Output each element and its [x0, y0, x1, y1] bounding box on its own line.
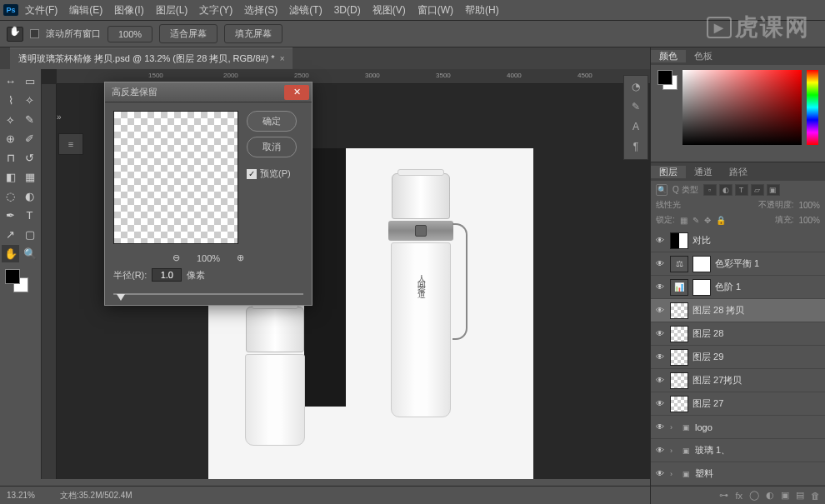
zoom-100-button[interactable]: 100%	[108, 26, 152, 42]
brush-presets-icon[interactable]: ✎	[628, 101, 643, 114]
visibility-icon[interactable]: 👁	[654, 445, 666, 457]
eyedropper-tool-icon[interactable]: ✎	[21, 111, 38, 128]
menu-image[interactable]: 图像(I)	[114, 3, 143, 17]
delete-layer-icon[interactable]: 🗑	[811, 491, 820, 501]
layer-row[interactable]: 👁图层 27拷贝	[651, 369, 825, 392]
type-tool-icon[interactable]: T	[21, 207, 38, 224]
zoom-out-icon[interactable]: ⊖	[172, 252, 180, 263]
layer-row[interactable]: 👁›▣玻璃 1、	[651, 439, 825, 462]
group-icon[interactable]: ▣	[781, 490, 789, 501]
zoom-tool-icon[interactable]: 🔍	[21, 245, 38, 262]
fill-screen-button[interactable]: 填充屏幕	[224, 24, 282, 43]
filter-kind-icon[interactable]: 🔍	[656, 184, 668, 196]
history-brush-icon[interactable]: ↺	[21, 149, 38, 167]
history-icon[interactable]: ◔	[628, 81, 643, 94]
color-picker[interactable]	[682, 70, 802, 145]
tab-paths[interactable]: 路径	[721, 166, 756, 178]
blend-mode-select[interactable]: 线性光	[656, 199, 681, 211]
filter-type-icon[interactable]: T	[735, 184, 748, 196]
gradient-tool-icon[interactable]: ▦	[21, 168, 38, 186]
close-icon[interactable]: ✕	[284, 85, 309, 100]
status-doc-size[interactable]: 文档:35.2M/502.4M	[60, 490, 132, 502]
menu-edit[interactable]: 编辑(E)	[69, 3, 102, 17]
lock-pixels-icon[interactable]: ▦	[680, 216, 688, 225]
cancel-button[interactable]: 取消	[247, 137, 297, 157]
properties-collapsed-icon[interactable]: ≡	[58, 133, 83, 155]
document-tab[interactable]: 透明玻璃茶杯精修 拷贝.psd @ 13.2% (图层 28 拷贝, RGB/8…	[10, 47, 292, 69]
visibility-icon[interactable]: 👁	[654, 305, 666, 317]
visibility-icon[interactable]: 👁	[654, 258, 666, 270]
zoom-in-icon[interactable]: ⊕	[237, 252, 244, 263]
menu-filter[interactable]: 滤镜(T)	[289, 3, 322, 17]
filter-adjust-icon[interactable]: ◐	[719, 184, 732, 196]
folder-chevron-icon[interactable]: ›	[670, 447, 678, 455]
fit-screen-button[interactable]: 适合屏幕	[159, 24, 218, 43]
link-layers-icon[interactable]: ⊶	[719, 490, 728, 501]
visibility-icon[interactable]: 👁	[654, 398, 666, 410]
layer-row[interactable]: 👁›▣logo	[651, 416, 825, 439]
menu-type[interactable]: 文字(Y)	[199, 3, 232, 17]
opacity-value[interactable]: 100%	[798, 201, 820, 210]
color-swatch-mini[interactable]	[658, 70, 678, 90]
lasso-tool-icon[interactable]: ⌇	[2, 92, 19, 109]
color-swatch[interactable]	[5, 269, 28, 292]
new-layer-icon[interactable]: ▤	[796, 490, 804, 501]
dialog-titlebar[interactable]: 高反差保留 ✕	[105, 82, 312, 102]
visibility-icon[interactable]: 👁	[654, 468, 666, 480]
tab-channels[interactable]: 通道	[686, 166, 721, 178]
hue-slider[interactable]	[807, 70, 818, 145]
ok-button[interactable]: 确定	[247, 111, 297, 132]
pen-tool-icon[interactable]: ✒	[2, 207, 19, 224]
layer-row[interactable]: 👁⚖色彩平衡 1	[651, 252, 825, 276]
tab-swatches[interactable]: 色板	[686, 50, 721, 62]
layer-row[interactable]: 👁对比	[651, 229, 825, 252]
menu-view[interactable]: 视图(V)	[372, 3, 406, 17]
lock-position-icon[interactable]: ✎	[692, 216, 699, 225]
char-panel-icon[interactable]: A	[628, 121, 643, 134]
layer-row[interactable]: 👁📊色阶 1	[651, 276, 825, 299]
lock-move-icon[interactable]: ✥	[704, 216, 711, 225]
paragraph-icon[interactable]: ¶	[628, 141, 643, 154]
brush-tool-icon[interactable]: ✐	[21, 130, 38, 147]
visibility-icon[interactable]: 👁	[654, 375, 666, 387]
visibility-icon[interactable]: 👁	[654, 352, 666, 363]
heal-tool-icon[interactable]: ⊕	[2, 130, 19, 147]
marquee-tool-icon[interactable]: ▭	[21, 72, 38, 90]
layer-fx-icon[interactable]: fx	[735, 491, 742, 501]
layer-row[interactable]: 👁图层 27	[651, 392, 825, 416]
wand-tool-icon[interactable]: ✧	[21, 92, 38, 109]
status-zoom[interactable]: 13.21%	[7, 491, 35, 500]
blur-tool-icon[interactable]: ◌	[2, 187, 19, 205]
shape-tool-icon[interactable]: ▢	[21, 226, 38, 243]
tab-layers[interactable]: 图层	[651, 166, 686, 178]
close-tab-icon[interactable]: ×	[280, 54, 285, 63]
visibility-icon[interactable]: 👁	[654, 422, 666, 433]
fill-value[interactable]: 100%	[798, 216, 820, 225]
menu-help[interactable]: 帮助(H)	[465, 3, 499, 17]
eraser-tool-icon[interactable]: ◧	[2, 168, 19, 186]
adjustment-layer-icon[interactable]: ◐	[766, 490, 774, 501]
layer-row[interactable]: 👁图层 29	[651, 346, 825, 369]
stamp-tool-icon[interactable]: ⊓	[2, 149, 19, 167]
folder-chevron-icon[interactable]: ›	[670, 470, 678, 478]
hand-tool-icon[interactable]: ✋	[2, 245, 19, 262]
visibility-icon[interactable]: 👁	[654, 235, 666, 247]
layer-mask-icon[interactable]: ◯	[749, 490, 759, 501]
visibility-icon[interactable]: 👁	[654, 328, 666, 340]
menu-window[interactable]: 窗口(W)	[418, 3, 453, 17]
menu-layer[interactable]: 图层(L)	[156, 3, 188, 17]
panel-collapse-toggle[interactable]: »	[57, 112, 68, 124]
filter-pixel-icon[interactable]: ▫	[703, 184, 717, 196]
radius-input[interactable]	[152, 268, 182, 282]
dialog-preview[interactable]	[113, 111, 238, 244]
layer-row[interactable]: 👁›▣塑料	[651, 462, 825, 486]
menu-3d[interactable]: 3D(D)	[334, 4, 361, 16]
folder-chevron-icon[interactable]: ›	[670, 423, 678, 432]
layer-row[interactable]: 👁图层 28 拷贝	[651, 299, 825, 322]
crop-tool-icon[interactable]: ⟡	[2, 111, 19, 128]
move-tool-icon[interactable]: ↔	[2, 72, 19, 90]
lock-all-icon[interactable]: 🔒	[716, 216, 726, 225]
menu-select[interactable]: 选择(S)	[244, 3, 278, 17]
preview-checkbox[interactable]: ✓	[247, 169, 257, 179]
visibility-icon[interactable]: 👁	[654, 282, 666, 293]
